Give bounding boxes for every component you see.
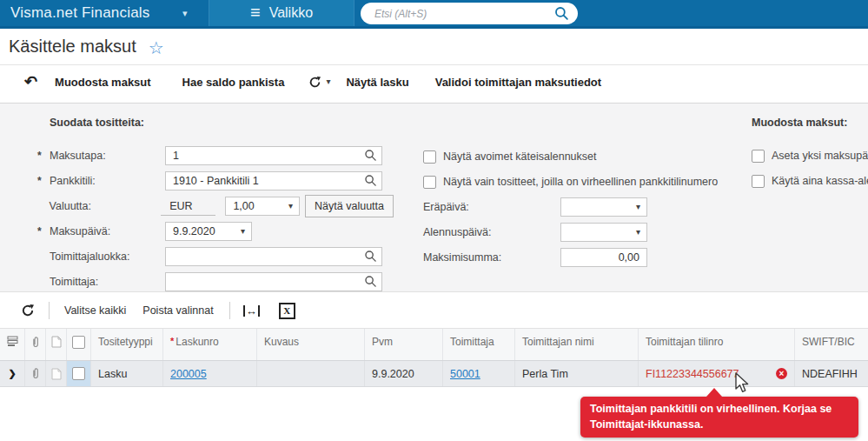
nayta-vain-checkbox[interactable] (423, 176, 436, 189)
column-header-swift-bic[interactable]: SWIFT/BIC (795, 329, 868, 360)
favorite-star-icon[interactable]: ☆ (149, 37, 164, 58)
column-header-tositetyyppi[interactable]: Tositetyyppi (91, 329, 163, 360)
column-header-toimittajan-tilinro[interactable]: Toimittajan tilinro (639, 329, 795, 360)
cell-toimittajan-tilinro: FI11223344556677 × (639, 361, 795, 386)
tilinro-value: FI11223344556677 (646, 368, 739, 380)
note-column-header[interactable] (46, 329, 67, 360)
undo-icon[interactable]: ↶ (24, 74, 37, 90)
export-excel-icon[interactable]: X (279, 303, 295, 319)
attachment-column-header[interactable] (25, 329, 46, 360)
paperclip-icon[interactable] (30, 367, 41, 380)
poista-valinnat-button[interactable]: Poista valinnat (142, 304, 213, 317)
search-input[interactable] (373, 7, 554, 21)
filter-row-maksutapa: * Maksutapa: (37, 146, 394, 165)
row-attachment-cell[interactable] (25, 361, 46, 386)
refresh-icon[interactable] (21, 304, 35, 317)
aseta-checkbox[interactable] (752, 150, 765, 163)
erapaiva-label: Eräpäivä: (423, 201, 560, 213)
note-icon[interactable] (51, 368, 62, 380)
alennuspaiva-combo[interactable]: ▾ (560, 223, 647, 242)
column-header-pvm[interactable]: Pvm (365, 329, 443, 360)
payments-grid: Tositetyyppi *Laskunro Kuvaus Pvm Toimit… (0, 328, 868, 387)
table-row[interactable]: ❯ Lasku 200005 9.9.2020 50001 Perla Tim … (0, 361, 868, 387)
column-header-laskunro[interactable]: *Laskunro (163, 329, 257, 360)
chevron-down-icon[interactable]: ▾ (182, 8, 188, 19)
search-icon[interactable] (554, 6, 569, 21)
cell-toimittajan-nimi: Perla Tim (515, 361, 639, 386)
refresh-split-button[interactable]: ▾ (308, 76, 330, 89)
kurssi-combo[interactable]: 1,00 ▾ (225, 197, 300, 216)
main-menu-button[interactable]: ≡ Valikko (209, 0, 354, 26)
tooltip-line1: Toimittajan pankkitili on virheellinen. … (590, 402, 849, 418)
muodosta-section-title: Muodosta maksut: (752, 117, 868, 129)
toimittaja-lookup (165, 272, 382, 291)
cell-tositetyyppi: Lasku (91, 361, 163, 386)
error-icon[interactable]: × (776, 368, 787, 379)
maksupaiva-combo[interactable]: 9.9.2020 ▾ (165, 222, 252, 241)
hae-saldo-button[interactable]: Hae saldo pankista (182, 76, 285, 89)
search-icon[interactable] (364, 149, 377, 162)
search-icon[interactable] (364, 250, 377, 263)
filter-row-alennuspaiva: Alennuspäivä: ▾ (423, 223, 749, 242)
fit-width-icon[interactable]: ↔ (243, 305, 260, 317)
nayta-valuutta-button[interactable]: Näytä valuutta (305, 195, 394, 217)
grid-settings-icon[interactable] (7, 336, 18, 347)
filter-column-right: Muodosta maksut: Aseta yksi maksupäivä K… (752, 117, 868, 197)
select-all-checkbox[interactable] (72, 336, 85, 349)
main-toolbar: ↶ Muodosta maksut Hae saldo pankista ▾ N… (0, 66, 868, 97)
row-select-cell[interactable] (67, 361, 91, 386)
chevron-down-icon: ▾ (241, 227, 245, 236)
grid-settings-icon-cell[interactable] (0, 329, 25, 360)
validoi-button[interactable]: Validoi toimittajan maksutiedot (435, 76, 601, 89)
valitse-kaikki-button[interactable]: Valitse kaikki (64, 304, 126, 317)
chevron-down-icon: ▾ (288, 202, 293, 210)
maksimisumma-input[interactable] (560, 248, 647, 267)
toimittajaluokka-input[interactable] (165, 247, 382, 266)
column-header-toimittaja[interactable]: Toimittaja (443, 329, 515, 360)
app-brand[interactable]: Visma.net Financials (10, 4, 150, 22)
valuutta-value[interactable]: EUR (161, 197, 215, 216)
aseta-label: Aseta yksi maksupäivä (772, 150, 868, 162)
paperclip-icon (30, 336, 41, 349)
cell-toimittaja: 50001 (443, 361, 515, 386)
maksupaiva-value: 9.9.2020 (173, 225, 215, 237)
menu-label: Valikko (269, 5, 313, 21)
row-checkbox[interactable] (72, 367, 85, 380)
search-icon[interactable] (364, 174, 377, 187)
alennuspaiva-label: Alennuspäivä: (423, 226, 560, 238)
filter-row-maksimisumma: Maksimisumma: (423, 248, 749, 267)
erapaiva-combo[interactable]: ▾ (560, 197, 647, 217)
filter-row-maksupaiva: * Maksupäivä: 9.9.2020 ▾ (37, 222, 394, 241)
refresh-icon[interactable] (308, 76, 321, 89)
grid-header: Tositetyyppi *Laskunro Kuvaus Pvm Toimit… (0, 328, 868, 361)
maksutapa-input[interactable] (165, 146, 382, 165)
kayta-row: Käytä aina kassa-alennus (752, 171, 868, 190)
nayta-avoimet-checkbox[interactable] (423, 150, 436, 164)
cell-laskunro: 200005 (163, 361, 257, 386)
nayta-lasku-button[interactable]: Näytä lasku (346, 76, 408, 89)
page-title: Käsittele maksut (9, 37, 136, 57)
pankkitili-label: Pankkitili: (50, 175, 165, 187)
kayta-checkbox[interactable] (752, 175, 765, 188)
pankkitili-input[interactable] (165, 171, 382, 190)
row-note-cell[interactable] (46, 361, 67, 386)
select-all-checkbox-cell[interactable] (67, 329, 91, 360)
chevron-down-icon: ▾ (636, 228, 640, 237)
aseta-row: Aseta yksi maksupäivä (752, 146, 868, 165)
toimittaja-link[interactable]: 50001 (450, 368, 480, 380)
search-icon[interactable] (364, 275, 377, 288)
chevron-down-icon: ▾ (636, 203, 640, 211)
muodosta-maksut-button[interactable]: Muodosta maksut (55, 76, 151, 89)
title-bar: Käsittele maksut ☆ (0, 29, 868, 65)
nayta-avoimet-label: Näytä avoimet käteisalennukset (443, 150, 596, 163)
required-marker: * (170, 336, 174, 346)
column-header-toimittajan-nimi[interactable]: Toimittajan nimi (515, 329, 639, 360)
filter-row-valuutta: Valuutta: EUR 1,00 ▾ Näytä valuutta (37, 197, 394, 216)
global-search[interactable] (361, 3, 578, 24)
laskunro-link[interactable]: 200005 (170, 368, 207, 380)
top-app-bar: Visma.net Financials ▾ ≡ Valikko (0, 0, 868, 29)
toimittaja-input[interactable] (165, 272, 382, 291)
filter-row-toimittaja: Toimittaja: (37, 272, 394, 291)
column-header-kuvaus[interactable]: Kuvaus (257, 329, 365, 360)
chevron-down-icon[interactable]: ▾ (326, 77, 330, 86)
